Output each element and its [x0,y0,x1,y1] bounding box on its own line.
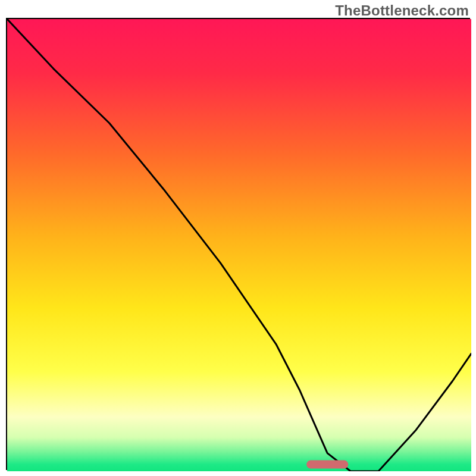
optimal-range-marker [306,461,348,469]
bottleneck-curve [7,19,471,471]
plot-overlay [7,19,471,471]
plot-frame [6,18,470,470]
chart-stage: TheBottleneck.com [0,0,476,476]
watermark-text: TheBottleneck.com [335,2,469,19]
